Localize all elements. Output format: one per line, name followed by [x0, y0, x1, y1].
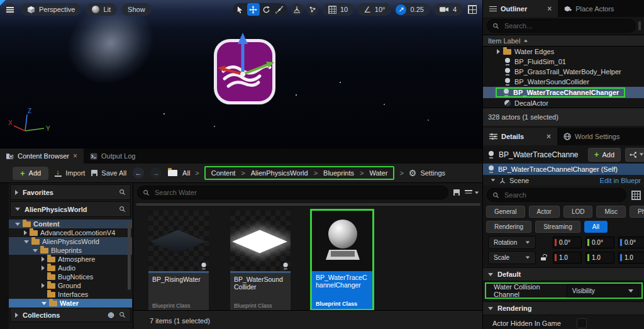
filter-general[interactable]: General — [486, 206, 525, 218]
show-button[interactable]: Show — [121, 3, 152, 16]
details-search[interactable] — [487, 188, 626, 202]
viewport[interactable]: Perspective Lit Show — [0, 0, 482, 148]
snap-hierarchy-button[interactable] — [306, 3, 319, 16]
outliner-search-input[interactable] — [503, 21, 630, 30]
outliner-row-bp-watersoundcollider[interactable]: BP_WaterSoundCollider — [483, 77, 644, 87]
rotation-dropdown[interactable]: Rotation — [488, 236, 536, 249]
scale-snap-button[interactable]: ↗ 0.25 — [394, 3, 430, 16]
save-search-icon[interactable] — [453, 189, 460, 196]
breadcrumb-alienphysicsworld[interactable]: AlienPhysicsWorld — [251, 169, 308, 177]
actor-hidden-checkbox[interactable] — [577, 318, 587, 328]
item-label-column-header[interactable]: Item Label — [483, 35, 644, 47]
tree-item-blueprints[interactable]: Blueprints — [9, 246, 132, 255]
search-icon[interactable] — [119, 206, 126, 213]
add-component-button[interactable]: + Add — [588, 148, 621, 162]
select-tool-button[interactable] — [234, 3, 247, 16]
tab-outliner[interactable]: Outliner × — [483, 0, 558, 17]
tab-details[interactable]: Details × — [483, 128, 557, 145]
filter-lod[interactable]: LOD — [564, 206, 593, 218]
move-tool-button[interactable] — [247, 3, 260, 16]
breadcrumb-all[interactable]: All — [182, 169, 190, 177]
forward-button[interactable]: → — [150, 167, 162, 179]
water-collision-channel-dropdown[interactable]: Visibility — [567, 284, 639, 298]
scale-tool-button[interactable] — [274, 3, 286, 16]
filter-all[interactable]: All — [584, 221, 608, 233]
camera-speed-button[interactable]: 4 — [433, 3, 463, 16]
component-row-self[interactable]: BP_WaterTraceChannelChanger (Self) — [483, 164, 644, 175]
rotation-snap-button[interactable]: ∠ 10° — [357, 3, 391, 16]
close-icon[interactable]: × — [547, 5, 552, 13]
display-options-icon[interactable] — [631, 191, 641, 200]
tree-item-audio[interactable]: Audio — [9, 264, 132, 272]
surface-snap-button[interactable] — [291, 3, 303, 16]
section-default[interactable]: Default — [483, 267, 644, 281]
close-icon[interactable]: × — [73, 152, 77, 160]
scale-y-field[interactable]: 1.0 — [586, 252, 614, 264]
collections-header[interactable]: Collections ⊕ — [10, 308, 131, 322]
save-all-button[interactable]: Save All — [91, 169, 126, 177]
tree-item-interfaces[interactable]: Interfaces — [9, 290, 132, 299]
asset-tile-bp-watertracechannelchanger[interactable]: BP_WaterTraceChannelChanger Blueprint Cl… — [310, 209, 374, 311]
project-header[interactable]: AlienPhysicsWorld — [10, 201, 131, 217]
back-button[interactable]: ← — [133, 167, 144, 179]
tab-content-browser[interactable]: Content Browser × — [0, 148, 84, 164]
asset-tile-bp-risingwater[interactable]: BP_RisingWater Blueprint Class — [148, 211, 209, 311]
outliner-row-bp-grasstrail[interactable]: BP_GrassTrail_WaterBody_Helper — [483, 67, 644, 77]
filter-rendering[interactable]: Rendering — [486, 221, 531, 233]
tree-item-bugnotices[interactable]: BugNotices — [9, 272, 132, 281]
blueprint-edit-menu-button[interactable] — [625, 148, 644, 162]
tab-place-actors[interactable]: Place Actors — [558, 0, 620, 17]
add-button[interactable]: + Add — [13, 167, 48, 180]
breadcrumb-content[interactable]: Content — [211, 169, 236, 177]
outliner-row-water-edges[interactable]: Water Edges — [483, 47, 644, 57]
filter-streaming[interactable]: Streaming — [535, 221, 580, 233]
tab-world-settings[interactable]: World Settings — [557, 128, 626, 145]
rotate-tool-button[interactable] — [260, 3, 273, 16]
lock-icon[interactable] — [541, 254, 548, 260]
outliner-row-bp-fluidsim[interactable]: BP_FluidSim_01 — [483, 57, 644, 67]
edit-in-blueprint-link[interactable]: Edit in Bluepr — [600, 177, 641, 184]
rotation-x-field[interactable]: 0.0° — [553, 237, 582, 248]
favorites-header[interactable]: Favorites — [10, 184, 131, 200]
grid-snap-button[interactable]: 10 — [322, 3, 354, 16]
scale-dropdown[interactable]: Scale — [488, 251, 536, 264]
transform-gizmo[interactable] — [208, 31, 283, 84]
sources-toggle-strip[interactable] — [0, 183, 9, 329]
rotation-y-field[interactable]: 0.0° — [586, 237, 614, 248]
lit-button[interactable]: Lit — [86, 3, 117, 16]
viewport-menu-button[interactable] — [4, 3, 16, 16]
outliner-settings-icon[interactable] — [638, 21, 641, 30]
scale-x-field[interactable]: 1.0 — [553, 252, 582, 264]
circled-plus-icon[interactable]: ⊕ — [108, 311, 114, 319]
asset-search[interactable] — [137, 186, 448, 199]
filter-actor[interactable]: Actor — [529, 206, 560, 218]
component-row-scene[interactable]: Scene Edit in Bluepr — [483, 175, 644, 186]
breadcrumb-water[interactable]: Water — [369, 169, 387, 177]
outliner-row-decalactor[interactable]: DecalActor — [483, 98, 644, 108]
search-icon[interactable] — [119, 311, 126, 318]
tab-output-log[interactable]: Output Log — [84, 148, 142, 164]
rotation-z-field[interactable]: 0.0° — [618, 237, 644, 248]
tree-item-content[interactable]: Content — [9, 220, 132, 228]
tree-item-alienphysicsworld[interactable]: AlienPhysicsWorld — [9, 237, 132, 246]
tree-item-water[interactable]: Water — [9, 299, 132, 308]
import-button[interactable]: ↓ Import — [55, 169, 85, 177]
tree-scrollbar[interactable] — [128, 222, 131, 290]
settings-button[interactable]: ⚙ Settings — [409, 169, 445, 177]
scale-z-field[interactable]: 1.0 — [618, 252, 644, 264]
search-icon[interactable] — [119, 189, 126, 196]
close-icon[interactable]: × — [547, 133, 551, 140]
asset-tile-bp-watersoundcollider[interactable]: BP_WaterSoundCollider Blueprint Class — [230, 211, 291, 311]
outliner-row-bp-watertracechannelchanger[interactable]: BP_WaterTraceChannelChanger — [483, 87, 644, 98]
outliner-search[interactable] — [487, 19, 636, 33]
section-rendering[interactable]: Rendering — [483, 301, 644, 315]
filter-physics[interactable]: Physi — [630, 206, 644, 218]
details-search-input[interactable] — [503, 191, 621, 199]
tree-item-ground[interactable]: Ground — [9, 281, 132, 290]
viewport-layout-button[interactable] — [466, 3, 479, 16]
asset-search-input[interactable] — [153, 188, 443, 197]
perspective-button[interactable]: Perspective — [21, 3, 81, 16]
filter-misc[interactable]: Misc — [596, 206, 626, 218]
breadcrumb-blueprints[interactable]: Blueprints — [323, 169, 354, 177]
tree-item-atmosphere[interactable]: Atmosphere — [9, 255, 132, 264]
